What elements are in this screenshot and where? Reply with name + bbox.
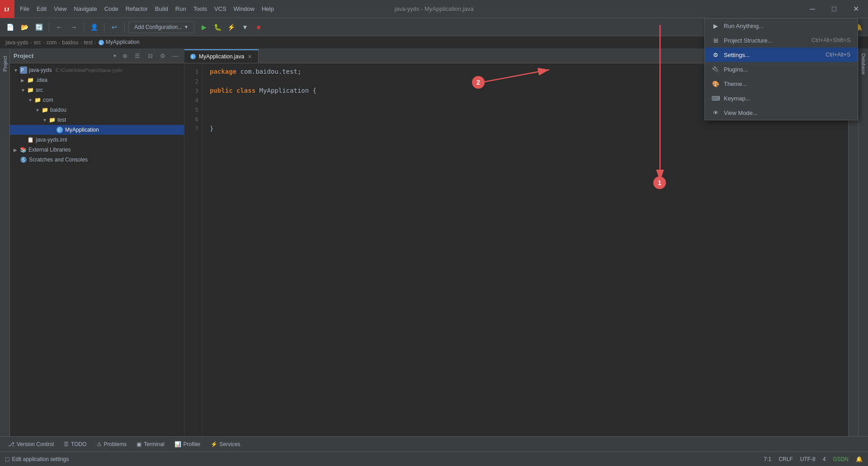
open-button[interactable]: 📂 bbox=[18, 21, 31, 33]
tab-java-icon: J bbox=[190, 53, 196, 60]
collapse-button[interactable]: ⊟ bbox=[145, 51, 155, 61]
indent[interactable]: 4 bbox=[823, 456, 826, 462]
new-file-button[interactable]: 📄 bbox=[4, 21, 16, 33]
tree-com-folder[interactable]: ▼ 📁 com bbox=[10, 95, 184, 105]
keymap-icon: ⌨ bbox=[712, 95, 719, 102]
close-button[interactable]: ✕ bbox=[845, 0, 866, 18]
menu-code[interactable]: Code bbox=[101, 0, 122, 18]
tree-myapp-file[interactable]: J MyApplication bbox=[10, 125, 184, 135]
version-control-tab[interactable]: ⎇ Version Control bbox=[4, 437, 58, 451]
tree-test-folder[interactable]: ▼ 📁 test bbox=[10, 115, 184, 125]
minimize-button[interactable]: ─ bbox=[802, 0, 823, 18]
edit-settings-icon: □ bbox=[5, 456, 9, 463]
todo-label: TODO bbox=[71, 441, 86, 447]
settings-item[interactable]: ⚙ Settings... Ctrl+Alt+S bbox=[705, 48, 858, 62]
java-file-icon: J bbox=[56, 126, 63, 133]
keymap-item[interactable]: ⌨ Keymap... bbox=[705, 91, 858, 105]
bottom-tabs: ⎇ Version Control ☰ TODO ⚠ Problems ▣ Te… bbox=[0, 436, 868, 452]
step-2-badge: 2 bbox=[472, 76, 485, 89]
breadcrumb-baidou[interactable]: baidou bbox=[62, 39, 78, 46]
problems-icon: ⚠ bbox=[97, 441, 102, 447]
problems-tab[interactable]: ⚠ Problems bbox=[92, 437, 132, 451]
project-structure-item[interactable]: ⊞ Project Structure... Ctrl+Alt+Shift+S bbox=[705, 33, 858, 48]
tree-project-label: java-yyds bbox=[29, 67, 52, 73]
project-panel: Project ▼ ⊕ ☰ ⊟ ⚙ — ▼ P java-yyds E:\Cod… bbox=[10, 49, 184, 436]
tree-external-libraries[interactable]: ▶ 📚 External Libraries bbox=[10, 145, 184, 155]
project-structure-shortcut: Ctrl+Alt+Shift+S bbox=[811, 37, 850, 43]
sync-button[interactable]: 🔄 bbox=[33, 21, 45, 33]
project-structure-label: Project Structure... bbox=[724, 37, 773, 44]
menu-run[interactable]: Run bbox=[172, 0, 190, 18]
add-configuration-button[interactable]: Add Configuration... ▼ bbox=[128, 21, 194, 33]
tree-iml-file[interactable]: 📋 java-yyds.iml bbox=[10, 135, 184, 145]
separator-1 bbox=[49, 23, 49, 32]
encoding[interactable]: UTF-8 bbox=[800, 456, 816, 462]
svg-text:P: P bbox=[21, 68, 24, 73]
right-sidebar: Database bbox=[858, 49, 868, 436]
more-run-button[interactable]: ▼ bbox=[239, 21, 251, 33]
tab-close-button[interactable]: ✕ bbox=[247, 54, 253, 60]
menu-edit[interactable]: Edit bbox=[33, 0, 50, 18]
dropdown-icon: ▼ bbox=[184, 24, 189, 29]
breadcrumb-com[interactable]: com bbox=[47, 39, 57, 46]
tree-baidou-folder[interactable]: ▼ 📁 baidou bbox=[10, 105, 184, 115]
services-tab[interactable]: ⚡ Services bbox=[206, 437, 245, 451]
menu-view[interactable]: View bbox=[50, 0, 70, 18]
sort-button[interactable]: ☰ bbox=[132, 51, 142, 61]
nav-back-button[interactable]: ← bbox=[53, 21, 66, 33]
coverage-button[interactable]: ⚡ bbox=[225, 21, 238, 33]
notifications-icon[interactable]: 🔔 bbox=[856, 456, 863, 462]
menu-navigate[interactable]: Navigate bbox=[70, 0, 100, 18]
database-tab[interactable]: Database bbox=[859, 49, 868, 79]
settings-gear-button[interactable]: ⚙ bbox=[158, 51, 168, 61]
stop-button[interactable]: ■ bbox=[252, 21, 265, 33]
menu-help[interactable]: Help bbox=[258, 0, 278, 18]
plugins-item[interactable]: 🔌 Plugins... bbox=[705, 62, 858, 76]
maximize-button[interactable]: □ bbox=[824, 0, 844, 18]
menu-file[interactable]: File bbox=[16, 0, 33, 18]
tree-src-folder[interactable]: ▼ 📁 src bbox=[10, 85, 184, 95]
line-separator[interactable]: CRLF bbox=[778, 456, 793, 462]
debug-button[interactable]: 🐛 bbox=[212, 21, 224, 33]
vcs-update-button[interactable]: 👤 bbox=[88, 21, 100, 33]
svg-text:J: J bbox=[191, 55, 193, 59]
profiler-tab[interactable]: 📊 Profiler bbox=[170, 437, 205, 451]
project-tab[interactable]: Project bbox=[0, 52, 9, 75]
cursor-position[interactable]: 7:1 bbox=[764, 456, 772, 462]
breadcrumb-src[interactable]: src bbox=[34, 39, 41, 46]
tree-project-path: E:\Code\IdeaProject\java-yyds bbox=[56, 67, 123, 73]
edit-settings-label[interactable]: Edit application settings bbox=[12, 456, 69, 462]
profiler-label: Profiler bbox=[184, 441, 201, 447]
menu-tools[interactable]: Tools bbox=[190, 0, 211, 18]
editor-tab-myapp[interactable]: J MyApplication.java ✕ bbox=[184, 49, 259, 63]
tree-idea-folder[interactable]: ▶ 📁 .idea bbox=[10, 75, 184, 85]
settings-menu-icon: ⚙ bbox=[712, 51, 719, 58]
menu-refactor[interactable]: Refactor bbox=[122, 0, 151, 18]
terminal-label: Terminal bbox=[144, 441, 164, 447]
scope-button[interactable]: ⊕ bbox=[120, 51, 130, 61]
tree-scratches[interactable]: S Scratches and Consoles bbox=[10, 155, 184, 165]
tree-extlib-label: External Libraries bbox=[28, 147, 71, 153]
tree-project-root[interactable]: ▼ P java-yyds E:\Code\IdeaProject\java-y… bbox=[10, 65, 184, 75]
theme-item[interactable]: 🎨 Theme... bbox=[705, 76, 858, 91]
separator-4 bbox=[124, 23, 125, 32]
menu-build[interactable]: Build bbox=[151, 0, 172, 18]
hide-button[interactable]: — bbox=[170, 51, 180, 61]
view-mode-item[interactable]: 👁 View Mode... bbox=[705, 105, 858, 120]
nav-forward-button[interactable]: → bbox=[67, 21, 80, 33]
menu-window[interactable]: Window bbox=[230, 0, 258, 18]
services-label: Services bbox=[220, 441, 241, 447]
menu-vcs[interactable]: VCS bbox=[211, 0, 230, 18]
gear-dropdown-menu: ▶ Run Anything... ⊞ Project Structure...… bbox=[704, 18, 858, 120]
breadcrumb-project[interactable]: java-yyds bbox=[5, 39, 28, 46]
plugins-label: Plugins... bbox=[724, 66, 748, 73]
add-config-label: Add Configuration... bbox=[134, 24, 182, 30]
undo-button[interactable]: ↩ bbox=[108, 21, 121, 33]
vcs-status: GSDN bbox=[833, 456, 849, 462]
breadcrumb-test[interactable]: test bbox=[84, 39, 92, 46]
run-button[interactable]: ▶ bbox=[198, 21, 211, 33]
tab-filename: MyApplication.java bbox=[199, 53, 244, 60]
run-anything-item[interactable]: ▶ Run Anything... bbox=[705, 19, 858, 33]
terminal-tab[interactable]: ▣ Terminal bbox=[132, 437, 169, 451]
todo-tab[interactable]: ☰ TODO bbox=[59, 437, 91, 451]
